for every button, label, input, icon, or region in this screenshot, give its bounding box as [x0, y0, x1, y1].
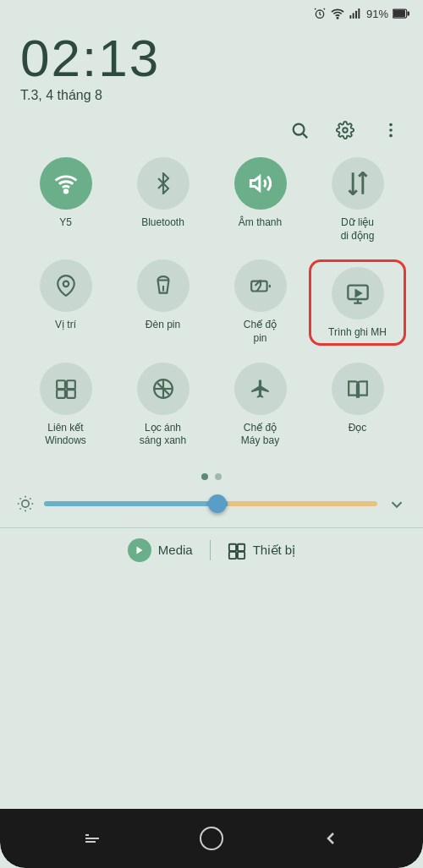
back-button[interactable] — [321, 828, 341, 849]
qs-item-sound[interactable]: Âm thanh — [212, 157, 309, 243]
svg-point-11 — [343, 128, 348, 133]
qs-label-location: Vị trí — [55, 319, 76, 332]
svg-rect-28 — [57, 390, 65, 398]
svg-point-15 — [64, 190, 68, 194]
pagination-dot-2[interactable] — [215, 473, 222, 480]
brightness-icon — [17, 494, 34, 512]
battery-saver-icon — [234, 259, 287, 312]
svg-point-9 — [294, 124, 305, 135]
qs-label-flashlight: Đèn pin — [146, 319, 180, 332]
bluetooth-icon — [137, 157, 190, 210]
svg-rect-43 — [238, 551, 244, 558]
bottom-nav — [0, 809, 423, 868]
location-icon — [40, 259, 92, 312]
svg-rect-7 — [393, 10, 405, 17]
qs-item-mobile-data[interactable]: Dữ liệudi động — [309, 157, 406, 243]
link-windows-icon — [40, 363, 92, 415]
qs-item-wifi[interactable]: Y5 — [17, 157, 114, 243]
svg-rect-29 — [67, 390, 75, 398]
svg-rect-5 — [358, 8, 360, 19]
svg-line-38 — [30, 499, 30, 500]
qs-label-wifi: Y5 — [59, 216, 72, 230]
device-button[interactable]: Thiết bị — [228, 540, 296, 560]
svg-rect-42 — [229, 551, 236, 558]
quick-settings: Y5 Bluetooth Âm thanh — [0, 152, 423, 453]
qs-item-screen-recorder[interactable]: Trình ghi MH — [309, 259, 406, 346]
qs-item-airplane[interactable]: Chế độMáy bay — [212, 363, 309, 448]
more-button[interactable] — [376, 115, 406, 145]
svg-point-14 — [389, 134, 393, 138]
svg-rect-3 — [353, 13, 354, 19]
screen-recorder-icon — [332, 267, 384, 319]
qs-item-reading[interactable]: Đọc — [309, 363, 406, 448]
alarm-icon — [313, 7, 327, 20]
brightness-slider[interactable] — [44, 501, 377, 506]
qs-grid: Y5 Bluetooth Âm thanh — [17, 157, 406, 448]
qs-item-link-windows[interactable]: Liên kếtWindows — [17, 363, 114, 448]
media-bar: Media Thiết bị — [0, 528, 423, 572]
status-bar: 91% — [0, 0, 423, 24]
qs-label-blue-filter: Lọc ánhsáng xanh — [140, 422, 186, 448]
svg-line-37 — [20, 509, 21, 510]
svg-marker-39 — [136, 546, 142, 554]
svg-point-17 — [63, 281, 69, 287]
media-bar-divider — [210, 540, 211, 560]
battery-icon — [393, 8, 409, 19]
svg-rect-40 — [229, 543, 236, 550]
qs-item-flashlight[interactable]: Đèn pin — [114, 259, 212, 346]
qs-item-bluetooth[interactable]: Bluetooth — [114, 157, 212, 243]
pagination-dot-1[interactable] — [201, 473, 208, 480]
qs-label-sound: Âm thanh — [239, 216, 282, 230]
sound-icon — [234, 157, 287, 210]
svg-line-34 — [30, 509, 30, 510]
svg-rect-4 — [355, 11, 357, 19]
clock-date: T.3, 4 tháng 8 — [20, 88, 403, 103]
svg-marker-16 — [250, 177, 260, 190]
qs-label-link-windows: Liên kếtWindows — [45, 422, 86, 448]
qs-label-reading: Đọc — [349, 422, 367, 435]
svg-point-13 — [389, 128, 393, 132]
svg-rect-2 — [349, 15, 351, 19]
brightness-thumb[interactable] — [208, 494, 227, 513]
brightness-row — [0, 494, 423, 514]
brightness-expand-button[interactable] — [387, 494, 406, 514]
flashlight-icon — [137, 259, 190, 312]
device-label: Thiết bị — [253, 543, 296, 558]
settings-button[interactable] — [330, 115, 360, 145]
recent-apps-button[interactable] — [82, 828, 102, 849]
svg-point-12 — [389, 123, 393, 127]
qs-label-airplane: Chế độMáy bay — [241, 422, 279, 448]
qs-item-location[interactable]: Vị trí — [17, 259, 114, 346]
wifi-icon — [331, 7, 344, 20]
svg-line-10 — [303, 134, 307, 138]
svg-rect-8 — [408, 12, 410, 16]
svg-rect-27 — [67, 380, 75, 389]
svg-line-33 — [20, 499, 21, 500]
mobile-data-icon — [332, 157, 384, 210]
media-button[interactable]: Media — [128, 538, 193, 562]
top-actions — [0, 108, 423, 152]
signal-icon — [349, 7, 362, 20]
qs-label-screen-recorder: Trình ghi MH — [328, 326, 387, 340]
qs-label-battery-saver: Chế độpin — [244, 319, 277, 345]
qs-item-blue-filter[interactable]: Lọc ánhsáng xanh — [114, 363, 212, 448]
reading-icon — [332, 363, 384, 415]
media-play-icon — [128, 538, 151, 562]
pagination — [0, 473, 423, 480]
home-button[interactable] — [200, 827, 223, 850]
battery-percentage: 91% — [366, 8, 388, 20]
wifi-toggle-icon — [40, 157, 92, 210]
airplane-icon — [234, 363, 287, 415]
media-label: Media — [158, 543, 193, 557]
device-icon — [228, 540, 246, 560]
search-button[interactable] — [284, 115, 315, 145]
svg-point-1 — [337, 18, 338, 19]
clock-time: 02:13 — [20, 32, 403, 85]
svg-rect-26 — [57, 380, 65, 389]
qs-item-battery-saver[interactable]: Chế độpin — [212, 259, 309, 346]
svg-rect-41 — [238, 543, 244, 550]
svg-point-30 — [22, 500, 29, 507]
blue-filter-icon — [137, 363, 190, 415]
qs-label-bluetooth: Bluetooth — [141, 216, 184, 230]
qs-label-mobile-data: Dữ liệudi động — [341, 216, 375, 243]
